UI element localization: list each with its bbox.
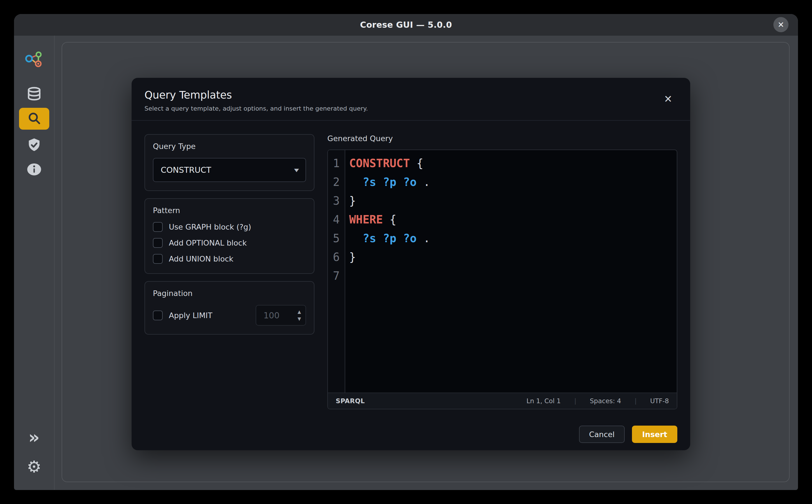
sidebar-item-validation[interactable] [26,137,42,153]
code-line: ?s ?p ?o . [349,229,677,248]
options-column: Query Type CONSTRUCT ▾ Pattern Use GRAPH… [144,134,314,409]
code-line: WHERE { [349,210,677,229]
line-number: 1 [328,154,345,173]
chevron-down-icon: ▾ [294,166,299,174]
dialog-title: Query Templates [144,89,677,101]
code-line: ?s ?p ?o . [349,173,677,192]
spinner-arrows: ▲ ▼ [298,310,301,321]
limit-value: 100 [263,311,298,320]
sidebar-item-query[interactable] [19,108,49,130]
limit-spinner[interactable]: 100 ▲ ▼ [256,305,306,326]
status-language: SPARQL [336,397,365,405]
line-number: 5 [328,229,345,248]
titlebar: Corese GUI — 5.0.0 ✕ [14,14,798,36]
pattern-options: Use GRAPH block (?g)Add OPTIONAL blockAd… [153,222,306,264]
pattern-option-label: Add UNION block [169,255,233,263]
status-indentation: Spaces: 4 [590,397,621,405]
editor-gutter: 1234567 [328,150,345,393]
generated-query-column: Generated Query 1234567 CONSTRUCT { ?s ?… [327,134,677,409]
code-line: } [349,248,677,267]
status-separator: | [574,397,577,405]
code-line [349,267,677,285]
status-separator: | [634,397,637,405]
dialog-subtitle: Select a query template, adjust options,… [144,105,677,112]
line-number: 4 [328,210,345,229]
pattern-label: Pattern [153,206,306,215]
query-editor: 1234567 CONSTRUCT { ?s ?p ?o .}WHERE { ?… [327,150,677,409]
spinner-down-icon[interactable]: ▼ [298,317,301,321]
app-window: Corese GUI — 5.0.0 ✕ [14,14,798,490]
pattern-panel: Pattern Use GRAPH block (?g)Add OPTIONAL… [144,198,314,274]
pattern-checkbox[interactable] [153,222,163,232]
corese-logo-icon [24,50,45,71]
insert-button[interactable]: Insert [632,426,677,443]
status-right-group: Ln 1, Col 1 | Spaces: 4 | UTF-8 [526,397,669,405]
code-line: } [349,192,677,210]
status-cursor-position: Ln 1, Col 1 [526,397,561,405]
cancel-button[interactable]: Cancel [579,426,625,443]
apply-limit-row: Apply LIMIT 100 ▲ ▼ [153,305,306,326]
dialog-close-button[interactable]: ✕ [661,91,676,106]
pattern-checkbox[interactable] [153,238,163,248]
query-type-panel: Query Type CONSTRUCT ▾ [144,134,314,191]
query-type-label: Query Type [153,142,306,151]
window-title: Corese GUI — 5.0.0 [360,20,452,30]
pagination-label: Pagination [153,289,306,298]
sidebar-item-data[interactable] [26,86,43,103]
apply-limit-checkbox[interactable] [153,311,163,320]
spinner-up-icon[interactable]: ▲ [298,310,301,314]
close-icon: ✕ [778,20,784,29]
main-content: Query Templates Select a query template,… [55,36,798,490]
sidebar: » ⚙ [14,36,55,490]
chevrons-right-icon: » [28,429,39,446]
editor-code: CONSTRUCT { ?s ?p ?o .}WHERE { ?s ?p ?o … [345,150,677,393]
sidebar-expand-button[interactable]: » [24,428,44,447]
window-close-button[interactable]: ✕ [773,17,788,32]
sidebar-settings-button[interactable]: ⚙ [24,457,44,477]
pattern-option-row: Add UNION block [153,254,306,264]
dialog-footer: Cancel Insert [579,426,677,443]
apply-limit-label: Apply LIMIT [169,311,213,320]
dialog-body: Query Type CONSTRUCT ▾ Pattern Use GRAPH… [132,121,690,409]
line-number: 3 [328,192,345,210]
pattern-option-label: Use GRAPH block (?g) [169,223,251,231]
sidebar-item-info[interactable] [26,162,42,177]
query-templates-dialog: Query Templates Select a query template,… [132,78,690,450]
status-encoding: UTF-8 [650,397,669,405]
query-type-value: CONSTRUCT [161,165,211,175]
editor-statusbar: SPARQL Ln 1, Col 1 | Spaces: 4 | UTF-8 [328,393,677,409]
generated-query-label: Generated Query [327,134,677,143]
screen: Corese GUI — 5.0.0 ✕ [0,0,812,504]
line-number: 7 [328,267,345,285]
pattern-option-row: Use GRAPH block (?g) [153,222,306,232]
editor-area[interactable]: 1234567 CONSTRUCT { ?s ?p ?o .}WHERE { ?… [328,150,677,393]
code-line: CONSTRUCT { [349,154,677,173]
close-icon: ✕ [664,93,672,105]
line-number: 2 [328,173,345,192]
pattern-checkbox[interactable] [153,254,163,264]
pagination-panel: Pagination Apply LIMIT 100 ▲ ▼ [144,281,314,335]
gear-icon: ⚙ [27,459,41,475]
window-body: » ⚙ Query Templates Select a query templ… [14,36,798,490]
search-icon [27,111,41,127]
query-type-select[interactable]: CONSTRUCT ▾ [153,158,306,182]
line-number: 6 [328,248,345,267]
dialog-header: Query Templates Select a query template,… [132,78,690,121]
pattern-option-label: Add OPTIONAL block [169,239,247,247]
pattern-option-row: Add OPTIONAL block [153,238,306,248]
